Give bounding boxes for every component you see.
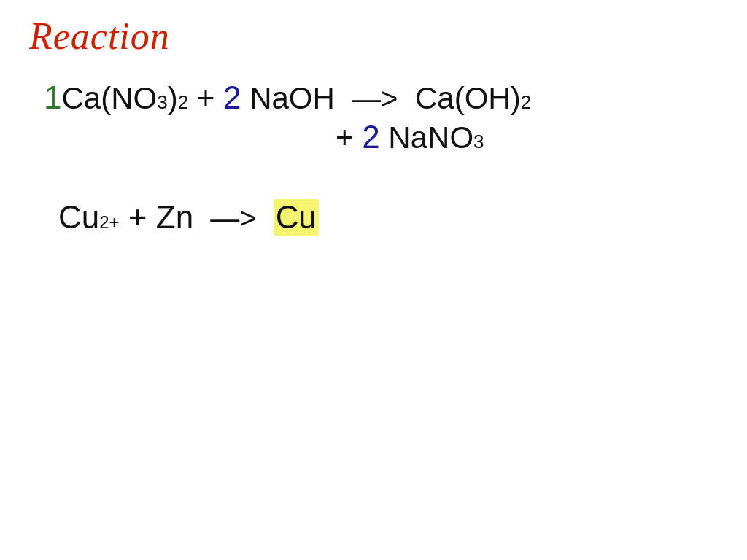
equation2-section: Cu2+ + Zn —> Cu xyxy=(58,199,718,236)
page-title: Reaction xyxy=(29,15,718,58)
plus1: + xyxy=(188,81,223,116)
reactant2: NaOH xyxy=(241,81,334,116)
arrow1: —> xyxy=(344,82,398,115)
equation1-line2: + 2 NaNO3 xyxy=(336,119,718,155)
eq2-product: Cu xyxy=(274,199,319,236)
eq2-reactant1: Cu xyxy=(58,199,99,236)
equation1-line1: 1 Ca(NO3)2 + 2 NaOH —> Ca(OH)2 xyxy=(44,79,718,116)
line2-plus: + xyxy=(336,120,362,155)
page: Reaction 1 Ca(NO3)2 + 2 NaOH —> Ca(OH)2 … xyxy=(0,0,747,560)
coeff3: 2 xyxy=(362,119,379,155)
equation1-section: 1 Ca(NO3)2 + 2 NaOH —> Ca(OH)2 + 2 NaNO3 xyxy=(29,79,718,155)
eq2-arrow: —> xyxy=(202,202,265,235)
coeff1: 1 xyxy=(44,79,61,116)
reactant1-base: Ca(NO xyxy=(61,81,157,116)
product1-base: Ca(OH) xyxy=(406,81,520,116)
product2-base: NaNO xyxy=(380,120,473,155)
coeff2: 2 xyxy=(223,79,241,116)
paren1: ) xyxy=(168,81,178,116)
eq2-plus: + Zn xyxy=(120,199,194,236)
